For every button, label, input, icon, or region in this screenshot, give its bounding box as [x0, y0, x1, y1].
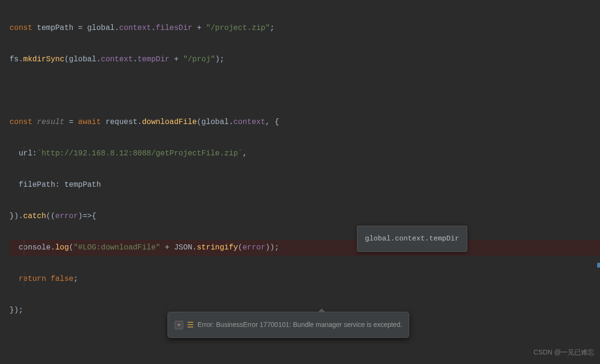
code-line[interactable]: url:`http://192.168.8.12:8088/getProject…: [10, 146, 600, 162]
error-popup[interactable]: + ☰ Error: BusinessError 17700101: Bundl…: [167, 312, 409, 338]
code-line[interactable]: }).catch((error)=>{: [10, 209, 600, 224]
tooltip-text: global.context.tempDir: [365, 235, 459, 243]
code-editor[interactable]: const tempPath = global.context.filesDir…: [0, 0, 600, 364]
error-message: Error: BusinessError 17700101: Bundle ma…: [197, 317, 402, 333]
code-line[interactable]: return false;: [10, 271, 600, 287]
code-line[interactable]: fs.mkdirSync(global.context.tempDir + "/…: [10, 52, 600, 67]
code-line[interactable]: const tempPath = global.context.filesDir…: [10, 20, 600, 36]
code-line[interactable]: [10, 83, 600, 99]
list-icon[interactable]: ☰: [187, 317, 194, 333]
code-line[interactable]: const result = await request.downloadFil…: [10, 115, 600, 130]
expand-icon[interactable]: +: [175, 321, 183, 329]
scrollbar-marker: [597, 263, 600, 268]
code-line[interactable]: filePath: tempPath: [10, 177, 600, 193]
watermark: CSDN @一见已难忘: [533, 345, 594, 360]
code-line-error[interactable]: console.log("#LOG:downloadFile" + JSON.s…: [10, 240, 600, 256]
hover-tooltip: global.context.tempDir: [357, 226, 467, 252]
